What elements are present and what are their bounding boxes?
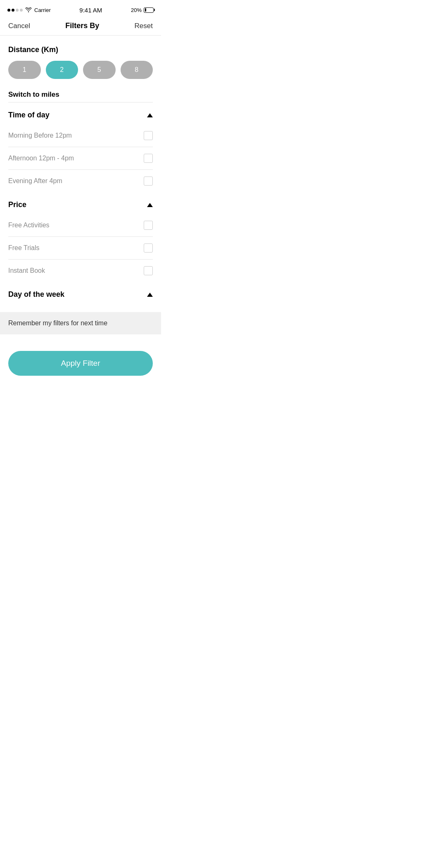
status-right: 20% — [131, 7, 154, 13]
reset-button[interactable]: Reset — [135, 22, 153, 30]
price-free-activities-label: Free Activities — [8, 222, 50, 229]
status-left: Carrier — [7, 7, 51, 13]
time-morning-checkbox[interactable] — [144, 131, 153, 140]
price-instant-book-label: Instant Book — [8, 267, 45, 274]
signal-dot-1 — [7, 9, 10, 12]
remember-bar[interactable]: Remember my filters for next time — [0, 312, 161, 334]
cancel-button[interactable]: Cancel — [8, 22, 30, 30]
status-bar: Carrier 9:41 AM 20% — [0, 0, 161, 18]
time-of-day-chevron-icon — [147, 113, 153, 117]
price-header[interactable]: Price — [8, 192, 153, 214]
distance-section: Distance (Km) 1 2 5 8 — [8, 36, 153, 82]
time-of-day-section: Time of day Morning Before 12pm Afternoo… — [8, 103, 153, 192]
time-label: 9:41 AM — [79, 7, 102, 14]
time-evening-checkbox[interactable] — [144, 176, 153, 186]
price-free-activities-checkbox[interactable] — [144, 221, 153, 230]
nav-bar: Cancel Filters By Reset — [0, 18, 161, 36]
time-afternoon-label: Afternoon 12pm - 4pm — [8, 155, 74, 162]
price-title: Price — [8, 200, 26, 209]
battery-icon — [144, 7, 154, 13]
switch-to-miles[interactable]: Switch to miles — [8, 82, 153, 103]
day-of-week-header[interactable]: Day of the week — [8, 282, 153, 304]
price-free-trials-label: Free Trials — [8, 244, 40, 252]
price-section: Price Free Activities Free Trials Instan… — [8, 192, 153, 282]
price-chevron-icon — [147, 203, 153, 207]
battery-fill — [145, 8, 147, 12]
day-of-week-section: Day of the week — [8, 282, 153, 304]
price-instant-book-item[interactable]: Instant Book — [8, 260, 153, 282]
price-instant-book-checkbox[interactable] — [144, 266, 153, 275]
day-of-week-title: Day of the week — [8, 290, 64, 299]
time-of-day-title: Time of day — [8, 111, 50, 119]
battery-container — [144, 7, 154, 13]
time-morning-item[interactable]: Morning Before 12pm — [8, 124, 153, 147]
distance-pill-1[interactable]: 1 — [8, 61, 41, 79]
time-afternoon-checkbox[interactable] — [144, 154, 153, 163]
price-free-trials-item[interactable]: Free Trials — [8, 237, 153, 260]
wifi-icon — [25, 7, 32, 12]
day-of-week-chevron-icon — [147, 293, 153, 297]
page-title: Filters By — [65, 21, 99, 30]
distance-pills: 1 2 5 8 — [8, 61, 153, 79]
signal-dots — [7, 9, 23, 12]
time-afternoon-item[interactable]: Afternoon 12pm - 4pm — [8, 147, 153, 170]
distance-label: Distance (Km) — [8, 45, 153, 54]
distance-pill-2[interactable]: 2 — [46, 61, 78, 79]
time-morning-label: Morning Before 12pm — [8, 132, 72, 139]
signal-dot-2 — [12, 9, 14, 12]
main-content: Distance (Km) 1 2 5 8 Switch to miles Ti… — [0, 36, 161, 304]
time-evening-label: Evening After 4pm — [8, 177, 62, 185]
time-of-day-header[interactable]: Time of day — [8, 103, 153, 124]
apply-filter-button[interactable]: Apply Filter — [8, 351, 153, 376]
distance-pill-5[interactable]: 5 — [83, 61, 116, 79]
signal-dot-3 — [16, 9, 19, 12]
price-free-activities-item[interactable]: Free Activities — [8, 214, 153, 237]
price-free-trials-checkbox[interactable] — [144, 243, 153, 253]
signal-dot-4 — [20, 9, 23, 12]
carrier-label: Carrier — [34, 7, 51, 13]
time-evening-item[interactable]: Evening After 4pm — [8, 170, 153, 192]
battery-percent: 20% — [131, 7, 142, 13]
distance-pill-8[interactable]: 8 — [121, 61, 153, 79]
